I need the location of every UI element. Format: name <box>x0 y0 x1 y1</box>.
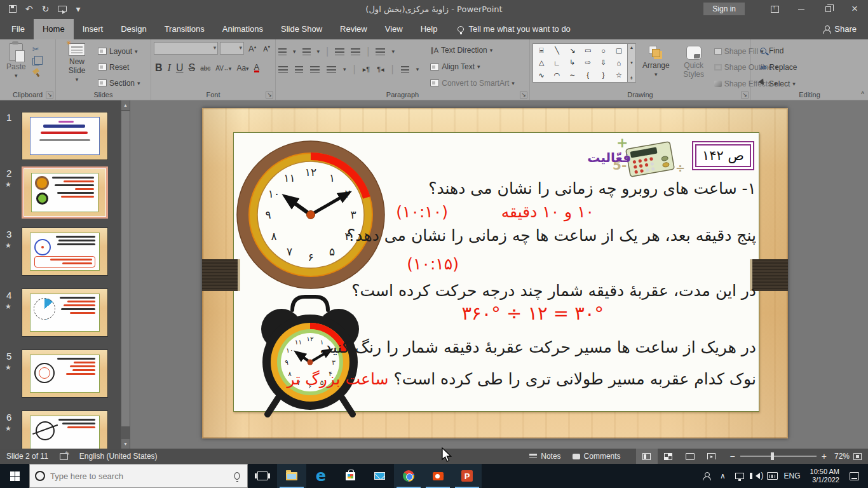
zoom-slider[interactable] <box>740 456 817 457</box>
shapes-scroll-down-icon[interactable]: ▾ <box>630 60 633 65</box>
action-center-button[interactable] <box>850 472 859 480</box>
format-painter-button[interactable] <box>32 69 40 77</box>
reading-view-button[interactable] <box>679 449 701 464</box>
language-indicator[interactable]: ENG <box>781 464 804 488</box>
shape-scribble-icon[interactable]: ∿ <box>539 71 545 79</box>
tab-design[interactable]: Design <box>112 19 155 39</box>
restore-button[interactable] <box>815 0 841 18</box>
change-case-button[interactable]: Aa▾ <box>236 64 248 72</box>
increase-indent-icon[interactable] <box>351 48 360 55</box>
shape-elbow-arrow-icon[interactable]: ↳ <box>569 58 575 67</box>
taskbar-search-box[interactable] <box>29 464 248 488</box>
thumb-scrollbar-thumb[interactable] <box>121 111 130 426</box>
task-view-button[interactable] <box>248 464 277 488</box>
zoom-out-button[interactable]: − <box>730 451 735 461</box>
zoom-in-button[interactable]: + <box>822 451 827 461</box>
tab-view[interactable]: View <box>376 19 412 39</box>
align-text-button[interactable]: Align Text▾ <box>430 60 515 74</box>
shapes-scroll-up-icon[interactable]: ▲ <box>630 45 634 50</box>
shape-rounded-rect-icon[interactable]: ▢ <box>616 46 622 55</box>
mail-button[interactable] <box>365 464 394 488</box>
zoom-slider-thumb[interactable] <box>771 452 774 460</box>
sign-in-button[interactable]: Sign in <box>703 3 745 15</box>
quick-styles-button[interactable]: Quick Styles <box>676 42 712 90</box>
network-tray-button[interactable] <box>731 464 748 488</box>
start-slideshow-icon[interactable] <box>58 6 67 12</box>
shape-elbow-icon[interactable]: ∟ <box>553 59 560 67</box>
line-spacing-icon[interactable] <box>376 48 385 55</box>
decrease-indent-icon[interactable] <box>335 48 344 55</box>
file-explorer-button[interactable] <box>277 464 306 488</box>
slide-thumbnail-1[interactable] <box>22 112 108 160</box>
normal-view-button[interactable] <box>636 449 658 464</box>
fit-slide-button[interactable] <box>853 453 862 460</box>
tab-insert[interactable]: Insert <box>74 19 112 39</box>
slide-thumbnail-4[interactable] <box>22 288 108 337</box>
close-button[interactable]: × <box>841 0 868 18</box>
powerpoint-button[interactable]: P <box>452 464 482 488</box>
tab-home[interactable]: Home <box>34 19 74 39</box>
people-tray-button[interactable] <box>698 464 715 488</box>
touch-keyboard-button[interactable] <box>764 464 781 488</box>
ltr-direction-icon[interactable]: ▸¶ <box>363 65 370 74</box>
zoom-level[interactable]: 72% <box>834 452 850 461</box>
strikethrough-button[interactable]: S <box>188 62 195 74</box>
shape-triangle-icon[interactable]: △ <box>539 58 544 67</box>
find-button[interactable]: Find <box>760 44 797 57</box>
align-right-icon[interactable] <box>310 66 320 73</box>
columns-icon[interactable] <box>401 66 409 73</box>
tab-animations[interactable]: Animations <box>214 19 272 39</box>
tab-help[interactable]: Help <box>412 19 447 39</box>
reset-button[interactable]: Reset <box>98 60 140 74</box>
shape-right-brace-icon[interactable]: } <box>602 71 605 79</box>
shape-left-brace-icon[interactable]: { <box>587 71 589 79</box>
shrink-font-button[interactable]: A▾ <box>261 44 273 53</box>
subscript-button[interactable]: abc <box>200 65 210 72</box>
shapes-gallery[interactable]: ⌸ ╲ ↘ ▭ ○ ▢ △ ∟ ↳ ⇨ ⇩ ⌂ ∿ ◠ ∼ { } <box>532 43 628 83</box>
comments-button[interactable]: Comments <box>573 452 621 461</box>
clipboard-dialog-launcher[interactable]: ↘ <box>46 92 53 98</box>
edge-button[interactable]: e <box>306 464 336 488</box>
slide-thumbnail-5[interactable] <box>22 349 108 398</box>
bold-button[interactable]: B <box>155 62 163 74</box>
chrome-button[interactable] <box>394 464 423 488</box>
thumb-scroll-down-button[interactable]: ▼ <box>121 439 130 449</box>
font-name-combobox[interactable] <box>154 42 218 55</box>
thumb-scroll-up-button[interactable]: ▲ <box>121 100 130 110</box>
share-button[interactable]: Share <box>823 24 868 39</box>
underline-button[interactable]: U <box>176 62 184 74</box>
microphone-icon[interactable] <box>234 472 240 480</box>
tab-review[interactable]: Review <box>331 19 376 39</box>
convert-smartart-button[interactable]: Convert to SmartArt▾ <box>430 76 515 90</box>
search-input[interactable] <box>50 471 229 481</box>
tab-file[interactable]: File <box>0 19 34 39</box>
shape-curve-icon[interactable]: ∼ <box>569 71 575 79</box>
spell-check-button[interactable] <box>60 453 68 460</box>
collapse-ribbon-button[interactable]: ^ <box>861 91 864 98</box>
shapes-gallery-scrollbar[interactable]: ▲ ▾ ⇟ <box>628 43 636 83</box>
slide-thumbnail-6[interactable] <box>22 410 108 449</box>
paragraph-dialog-launcher[interactable]: ↘ <box>520 92 527 98</box>
cut-button[interactable]: ✂ <box>32 44 40 54</box>
font-dialog-launcher[interactable]: ↘ <box>266 92 273 98</box>
replace-button[interactable]: abReplace <box>760 61 797 73</box>
rtl-direction-icon[interactable]: ¶◂ <box>377 65 384 74</box>
show-hidden-icons-button[interactable]: ∧ <box>715 464 731 488</box>
shape-textbox-icon[interactable]: ⌸ <box>539 46 544 55</box>
section-button[interactable]: Section▾ <box>98 76 140 90</box>
font-color-button[interactable]: A <box>254 64 260 72</box>
tab-transitions[interactable]: Transitions <box>156 19 214 39</box>
align-left-icon[interactable] <box>278 66 288 73</box>
align-center-icon[interactable] <box>295 66 303 73</box>
screen-recorder-button[interactable] <box>423 464 452 488</box>
shape-arc-icon[interactable]: ◠ <box>554 71 560 79</box>
shape-callout-icon[interactable]: ⌂ <box>617 59 621 67</box>
taskbar-clock[interactable]: 10:50 AM 3/1/2022 <box>804 468 846 484</box>
shape-down-arrow-icon[interactable]: ⇩ <box>600 58 606 67</box>
shape-oval-icon[interactable]: ○ <box>601 47 606 55</box>
ribbon-display-options-button[interactable] <box>761 0 788 18</box>
shapes-more-icon[interactable]: ⇟ <box>630 76 634 81</box>
slide-sorter-view-button[interactable] <box>658 449 679 464</box>
language-button[interactable]: English (United States) <box>79 452 158 461</box>
slide-thumbnail-3[interactable] <box>22 227 108 276</box>
